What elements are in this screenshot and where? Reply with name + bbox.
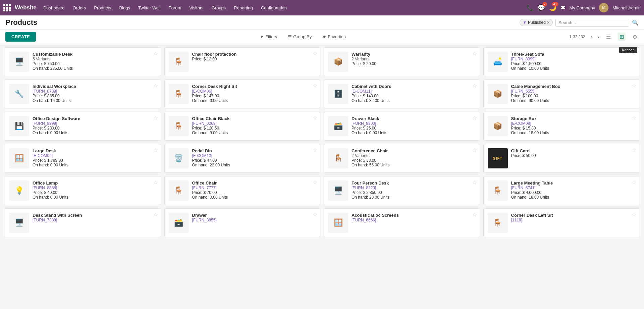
favorite-star-button[interactable]: ☆ — [153, 147, 158, 153]
nav-visitors[interactable]: Visitors — [186, 4, 207, 12]
favorite-star-button[interactable]: ☆ — [313, 115, 317, 121]
kanban-card[interactable]: 🪑 Corner Desk Left Sit [1118] ☆ — [483, 208, 640, 237]
kanban-card[interactable]: 🖥️ Four Person Desk [FURN_8220] Price: $… — [324, 176, 480, 205]
filter-tag-remove[interactable]: × — [547, 20, 550, 25]
kanban-card[interactable]: 🗃️ Drawer Black [FURN_8900] Price: $ 25.… — [324, 112, 480, 141]
user-avatar[interactable]: M — [599, 3, 608, 12]
favorite-star-button[interactable]: ☆ — [313, 211, 317, 218]
product-name: Drawer — [192, 213, 316, 218]
pager-prev[interactable]: ‹ — [591, 34, 592, 40]
activity-icon[interactable]: 🌙 41 — [549, 4, 556, 11]
favorite-star-button[interactable]: ☆ — [632, 179, 636, 186]
kanban-card[interactable]: 🪑 Chair floor protection Price: $ 12.00 … — [164, 47, 321, 76]
nav-reporting[interactable]: Reporting — [230, 4, 256, 12]
settings-icon[interactable]: ✖ — [560, 4, 566, 11]
kanban-card[interactable]: GIFT Gift Card Price: $ 50.00 ☆ — [483, 144, 640, 173]
product-variants: 2 Variants — [352, 57, 476, 61]
apps-menu-icon[interactable] — [3, 4, 11, 11]
favorite-star-button[interactable]: ☆ — [632, 83, 636, 89]
favorite-star-button[interactable]: ☆ — [153, 83, 158, 89]
favorite-star-button[interactable]: ☆ — [153, 50, 158, 57]
kanban-card[interactable]: 🛋️ Three-Seat Sofa [FURN_8999] Price: $ … — [483, 47, 640, 76]
product-code: [E-COM10] — [192, 153, 316, 158]
kanban-card[interactable]: 💾 Office Design Software [FURN_9999] Pri… — [5, 112, 161, 141]
nav-blogs[interactable]: Blogs — [116, 4, 134, 12]
kanban-card[interactable]: 📦 Warranty 2 Variants Price: $ 20.00 ☆ — [324, 47, 480, 76]
kanban-card[interactable]: 🗑️ Pedal Bin [E-COM10] Price: $ 47.00 On… — [164, 144, 321, 173]
phone-icon[interactable]: 📞 — [526, 4, 534, 11]
kanban-grid: 🖥️ Customizable Desk 5 Variants Price: $… — [5, 47, 639, 237]
search-button[interactable]: 🔍 — [632, 19, 639, 26]
groupby-button[interactable]: ☰ Group By — [285, 33, 314, 41]
product-name: Office Design Software — [33, 116, 157, 121]
favorites-button[interactable]: ★ Favorites — [320, 33, 348, 41]
kanban-card[interactable]: 🔧 Individual Workplace [FURN_0789] Price… — [5, 80, 161, 108]
kanban-card[interactable]: 🖥️ Desk Stand with Screen [FURN_7888] ☆ — [5, 208, 161, 237]
favorite-star-button[interactable]: ☆ — [472, 147, 477, 153]
kanban-card[interactable]: 🪟 Acoustic Bloc Screens [FURN_6666] ☆ — [324, 208, 480, 237]
favorite-star-button[interactable]: ☆ — [632, 50, 636, 57]
nav-dashboard[interactable]: Dashboard — [40, 4, 68, 12]
kanban-card[interactable]: 📦 Cable Management Box [FURN_5555] Price… — [483, 80, 640, 108]
nav-twitter-wall[interactable]: Twitter Wall — [135, 4, 164, 12]
favorite-star-button[interactable]: ☆ — [313, 83, 317, 89]
kanban-card[interactable]: 💡 Office Lamp [FURN_8888] Price: $ 40.00… — [5, 176, 161, 205]
subheader-right: ▼ Published × 🔍 — [520, 19, 639, 27]
create-button[interactable]: CREATE — [5, 32, 36, 42]
pager-next[interactable]: › — [597, 34, 599, 40]
favorite-star-button[interactable]: ☆ — [472, 83, 477, 89]
kanban-card[interactable]: 🪑 Corner Desk Right Sit [E-COM06] Price:… — [164, 80, 321, 108]
favorite-star-button[interactable]: ☆ — [472, 179, 477, 186]
card-info: Office Chair Black [FURN_0269] Price: $ … — [192, 116, 316, 135]
card-header: 🪟 Acoustic Bloc Screens [FURN_6666] — [328, 213, 476, 233]
kanban-card[interactable]: 📦 Storage Box [E-COM08] Price: $ 15.80 O… — [483, 112, 640, 141]
favorite-star-button[interactable]: ☆ — [472, 115, 477, 121]
list-view-button[interactable]: ☰ — [604, 33, 612, 41]
favorite-star-button[interactable]: ☆ — [632, 211, 636, 218]
kanban-card[interactable]: 🗃️ Drawer [FURN_8855] ☆ — [164, 208, 321, 237]
card-header: 🗄️ Cabinet with Doors [E-COM11] Price: $… — [328, 84, 476, 104]
card-header: 🛋️ Three-Seat Sofa [FURN_8999] Price: $ … — [488, 52, 635, 72]
favorite-star-button[interactable]: ☆ — [313, 147, 317, 153]
favorite-star-button[interactable]: ☆ — [472, 50, 477, 57]
product-onhand: On hand: 0.00 Units — [33, 163, 157, 167]
product-code: [FURN_8220] — [352, 186, 476, 190]
kanban-card[interactable]: 🗄️ Cabinet with Doors [E-COM11] Price: $… — [324, 80, 480, 108]
product-image: 💾 — [9, 116, 29, 136]
kanban-card[interactable]: 🖥️ Customizable Desk 5 Variants Price: $… — [5, 47, 161, 76]
pager: 1-32 / 32 — [569, 35, 585, 39]
product-onhand: On hand: 0.00 Units — [352, 131, 476, 135]
nav-groups[interactable]: Groups — [208, 4, 229, 12]
favorite-star-button[interactable]: ☆ — [153, 179, 158, 186]
search-input[interactable] — [555, 19, 629, 27]
kanban-card[interactable]: 🪑 Conference Chair 2 Variants Price: $ 3… — [324, 144, 480, 173]
product-price: Price: $ 750.00 — [33, 61, 157, 66]
favorite-star-button[interactable]: ☆ — [632, 115, 636, 121]
kanban-card[interactable]: 🪑 Large Meeting Table [FURN_6741] Price:… — [483, 176, 640, 205]
messages-icon[interactable]: 💬 7 — [538, 4, 545, 11]
product-onhand: On hand: 285.00 Units — [33, 66, 157, 71]
filters-button[interactable]: ▼ Filters — [257, 33, 280, 41]
card-header: 🗑️ Pedal Bin [E-COM10] Price: $ 47.00 On… — [169, 148, 316, 168]
favorite-star-button[interactable]: ☆ — [153, 211, 158, 218]
favorite-star-button[interactable]: ☆ — [153, 115, 158, 121]
kanban-card[interactable]: 🪟 Large Desk [E-COM09] Price: $ 1,799.00… — [5, 144, 161, 173]
favorite-star-button[interactable]: ☆ — [472, 211, 477, 218]
card-info: Office Chair [FURN_7777] Price: $ 70.00 … — [192, 181, 316, 200]
product-onhand: On hand: 16.00 Units — [33, 98, 157, 103]
nav-forum[interactable]: Forum — [165, 4, 185, 12]
favorite-star-button[interactable]: ☆ — [632, 147, 636, 153]
nav-configuration[interactable]: Configuration — [258, 4, 290, 12]
nav-products[interactable]: Products — [91, 4, 114, 12]
activity-view-button[interactable]: ⊙ — [631, 33, 639, 41]
kanban-view-button[interactable]: ⊞ — [618, 33, 626, 41]
kanban-card[interactable]: 🪑 Office Chair Black [FURN_0269] Price: … — [164, 112, 321, 141]
product-image: 🗃️ — [328, 116, 348, 136]
product-image: 🪑 — [488, 213, 508, 233]
favorite-star-button[interactable]: ☆ — [313, 50, 317, 57]
card-info: Four Person Desk [FURN_8220] Price: $ 2,… — [352, 181, 476, 200]
favorite-star-button[interactable]: ☆ — [313, 179, 317, 186]
groupby-label: Group By — [293, 34, 312, 39]
kanban-card[interactable]: 🪑 Office Chair [FURN_7777] Price: $ 70.0… — [164, 176, 321, 205]
nav-orders[interactable]: Orders — [69, 4, 89, 12]
